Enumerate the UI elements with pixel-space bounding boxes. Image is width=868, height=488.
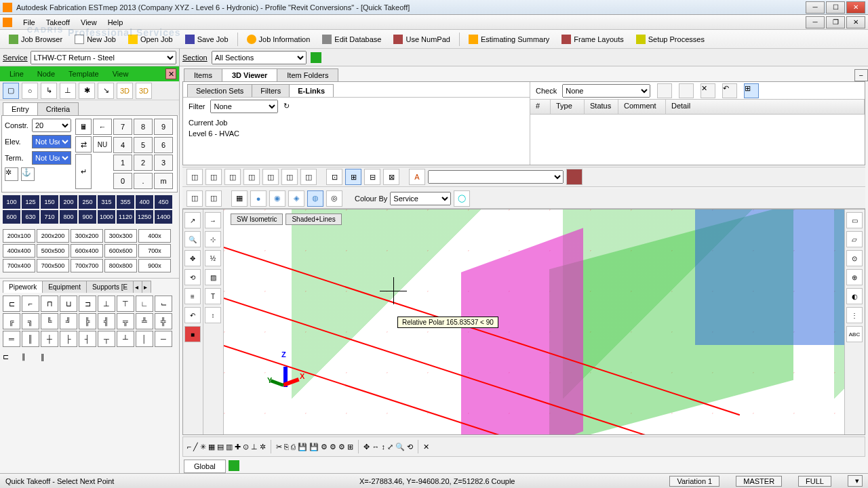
rv-4[interactable]: ⊕ [846, 269, 863, 285]
line-tool-5[interactable]: ✱ [79, 83, 95, 99]
pipe-item-17[interactable]: ╬ [155, 313, 172, 329]
pipe-item-21[interactable]: ├ [60, 331, 77, 347]
size-round-450[interactable]: 450 [155, 195, 172, 209]
menu-takeoff[interactable]: Takeoff [41, 17, 75, 28]
lv2-5[interactable]: T [205, 288, 221, 304]
frame-layouts-button[interactable]: Frame Layouts [557, 33, 628, 46]
tab-selection-sets[interactable]: Selection Sets [187, 84, 252, 97]
size-round-100[interactable]: 100 [3, 195, 20, 209]
tab-pipework[interactable]: Pipework [3, 281, 43, 293]
tab-node[interactable]: Node [31, 68, 62, 79]
size-round-250[interactable]: 250 [79, 195, 96, 209]
job-info-button[interactable]: Job Information [242, 33, 315, 46]
size-round-355[interactable]: 355 [117, 195, 134, 209]
maximize-button[interactable]: ☐ [826, 1, 845, 14]
tab-filters[interactable]: Filters [252, 84, 290, 97]
pipe-item-19[interactable]: ║ [22, 331, 39, 347]
check-grid-body[interactable] [530, 115, 865, 165]
mdi-restore-button[interactable]: ❐ [826, 16, 845, 28]
key-5[interactable]: 5 [134, 137, 153, 153]
vt-sel4[interactable]: ⊠ [383, 169, 399, 185]
pipe-item-13[interactable]: ╠ [79, 313, 96, 329]
mdi-minimize-button[interactable]: ─ [806, 16, 825, 28]
app-menu-icon[interactable] [3, 18, 12, 27]
check-tool-1[interactable] [657, 83, 672, 98]
pipe-item-2[interactable]: ⊓ [41, 296, 58, 312]
size-round-1250[interactable]: 1250 [136, 210, 153, 224]
bottom-tool-6[interactable]: ✚ [235, 443, 241, 451]
pipe-item-9[interactable]: ╔ [3, 313, 20, 329]
tab-template[interactable]: Template [62, 68, 106, 79]
key-3[interactable]: 3 [154, 155, 173, 171]
tab-line[interactable]: Line [3, 68, 31, 79]
bottom-tool-1[interactable]: ╱ [193, 443, 198, 451]
key-7[interactable]: 7 [113, 119, 132, 135]
new-job-button[interactable]: New Job [70, 33, 121, 46]
lv2-3[interactable]: ½ [205, 250, 221, 266]
3d-viewport[interactable]: ↗ 🔍 ✥ ⟲ ≡ ↶ ■ → ⊹ ½ ▨ T ↕ ▭ ▱ ⊙ ⊕ ◐ [182, 209, 865, 435]
setup-processes-button[interactable]: Setup Processes [631, 33, 709, 46]
pipe-item-3[interactable]: ⊔ [60, 296, 77, 312]
view-iso-badge[interactable]: SW Isometric [231, 214, 283, 225]
pipe-item-7[interactable]: ∟ [136, 296, 153, 312]
size-round-200[interactable]: 200 [60, 195, 77, 209]
col-detail[interactable]: Detail [666, 100, 865, 114]
lv-stop[interactable]: ■ [184, 326, 201, 342]
col-num[interactable]: # [530, 100, 551, 114]
key-8[interactable]: 8 [134, 119, 153, 135]
pipe-item-0[interactable]: ⊏ [3, 296, 20, 312]
size-rect-13[interactable]: 800x800 [104, 259, 137, 272]
vt-cube2[interactable]: ◫ [205, 169, 222, 185]
line-tool-6[interactable]: ↘ [98, 83, 114, 99]
pipe-item-15[interactable]: ╦ [117, 313, 134, 329]
elev-select[interactable]: Not Used [32, 135, 71, 148]
size-rect-1[interactable]: 200x200 [37, 229, 69, 243]
col-type[interactable]: Type [551, 100, 585, 114]
size-rect-0[interactable]: 200x100 [3, 229, 35, 243]
pipe-item-14[interactable]: ╣ [98, 313, 115, 329]
bottom-tool-26[interactable]: ⟲ [407, 443, 413, 451]
bottom-tool-11[interactable]: ✂ [276, 443, 282, 451]
bottom-tool-23[interactable]: ↕ [381, 443, 385, 451]
size-rect-5[interactable]: 400x400 [3, 244, 35, 258]
lv-orbit[interactable]: ⟲ [184, 269, 201, 285]
size-rect-10[interactable]: 700x400 [3, 259, 35, 272]
swap-icon[interactable]: ⇄ [75, 136, 92, 152]
bottom-tool-24[interactable]: ⤢ [387, 443, 393, 451]
use-numpad-button[interactable]: Use NumPad [389, 33, 454, 46]
pipe-item-12[interactable]: ╝ [60, 313, 77, 329]
key-6[interactable]: 6 [154, 137, 173, 153]
vt2-1[interactable]: ◫ [186, 190, 203, 207]
lv2-6[interactable]: ↕ [205, 307, 221, 323]
bottom-tool-13[interactable]: ⎙ [291, 443, 296, 451]
bottom-tool-5[interactable]: ▥ [226, 443, 233, 451]
estimating-summary-button[interactable]: Estimating Summary [464, 33, 554, 46]
key-9[interactable]: 9 [154, 119, 173, 135]
variation-button[interactable]: Variation 1 [669, 476, 719, 487]
key-2[interactable]: 2 [134, 155, 153, 171]
size-rect-6[interactable]: 500x500 [37, 244, 69, 258]
pipe-item-16[interactable]: ╩ [136, 313, 153, 329]
bottom-tool-15[interactable]: 💾 [309, 443, 319, 451]
line-tool-3[interactable]: ↳ [41, 83, 57, 99]
tab-3d-viewer[interactable]: 3D Viewer [222, 68, 277, 81]
vt2-solid[interactable]: ● [250, 190, 267, 207]
bottom-tool-9[interactable]: ✲ [260, 443, 266, 451]
vt-cube3[interactable]: ◫ [224, 169, 241, 185]
bottom-tool-8[interactable]: ⊥ [251, 443, 258, 451]
bottom-tool-7[interactable]: ⊙ [243, 443, 249, 451]
vt2-box[interactable]: ◈ [288, 190, 304, 207]
pipe-item-4[interactable]: ⊐ [79, 296, 96, 312]
section-select[interactable]: All Sections [212, 51, 307, 64]
save-job-button[interactable]: Save Job [180, 33, 233, 46]
check-tool-active[interactable]: ⊞ [744, 83, 759, 98]
rv-2[interactable]: ▱ [846, 231, 863, 247]
lv2-1[interactable]: → [205, 212, 221, 228]
pipe-item-5[interactable]: ⊥ [98, 296, 115, 312]
line-tool-7[interactable]: 3D [117, 83, 133, 99]
lv-list[interactable]: ≡ [184, 288, 201, 304]
refresh-icon[interactable]: ↻ [283, 102, 290, 110]
rv-5[interactable]: ◐ [846, 288, 863, 304]
size-round-315[interactable]: 315 [98, 195, 115, 209]
vt-style-select[interactable] [428, 170, 564, 184]
